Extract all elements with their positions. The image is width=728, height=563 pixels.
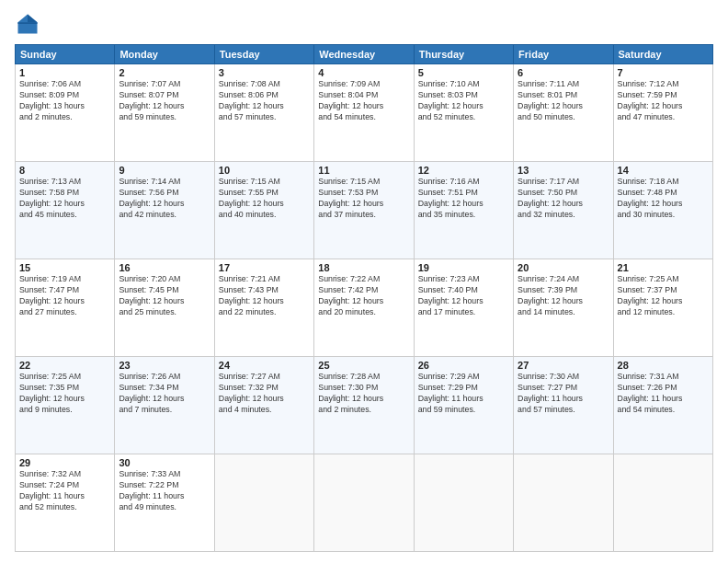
day-detail: Sunrise: 7:13 AMSunset: 7:58 PMDaylight:… [19, 177, 110, 221]
day-number: 16 [119, 262, 210, 273]
day-detail: Sunrise: 7:15 AMSunset: 7:55 PMDaylight:… [219, 177, 310, 221]
page: SundayMondayTuesdayWednesdayThursdayFrid… [0, 0, 728, 563]
day-number: 19 [418, 262, 509, 273]
day-number: 13 [518, 165, 609, 176]
day-number: 29 [19, 457, 110, 468]
calendar-cell: 6Sunrise: 7:11 AMSunset: 8:01 PMDaylight… [514, 64, 613, 162]
calendar-cell: 12Sunrise: 7:16 AMSunset: 7:51 PMDayligh… [414, 162, 513, 259]
calendar-header-monday: Monday [115, 45, 214, 64]
day-detail: Sunrise: 7:08 AMSunset: 8:06 PMDaylight:… [219, 79, 310, 123]
calendar-header-row: SundayMondayTuesdayWednesdayThursdayFrid… [16, 45, 713, 64]
calendar-header-wednesday: Wednesday [314, 45, 414, 64]
day-detail: Sunrise: 7:14 AMSunset: 7:56 PMDaylight:… [119, 177, 210, 221]
calendar-cell: 10Sunrise: 7:15 AMSunset: 7:55 PMDayligh… [214, 162, 313, 259]
day-number: 14 [618, 165, 709, 176]
day-number: 3 [219, 67, 310, 78]
calendar-cell: 16Sunrise: 7:20 AMSunset: 7:45 PMDayligh… [115, 259, 214, 357]
calendar-header-thursday: Thursday [414, 45, 513, 64]
day-number: 15 [19, 262, 110, 273]
calendar-cell: 8Sunrise: 7:13 AMSunset: 7:58 PMDaylight… [16, 162, 115, 259]
logo [15, 11, 44, 37]
day-detail: Sunrise: 7:23 AMSunset: 7:40 PMDaylight:… [418, 274, 509, 318]
calendar-week-row: 15Sunrise: 7:19 AMSunset: 7:47 PMDayligh… [16, 259, 713, 357]
day-number: 6 [518, 67, 609, 78]
day-number: 30 [119, 457, 210, 468]
day-detail: Sunrise: 7:12 AMSunset: 7:59 PMDaylight:… [618, 79, 709, 123]
day-detail: Sunrise: 7:21 AMSunset: 7:43 PMDaylight:… [219, 274, 310, 318]
day-detail: Sunrise: 7:20 AMSunset: 7:45 PMDaylight:… [119, 274, 210, 318]
day-detail: Sunrise: 7:29 AMSunset: 7:29 PMDaylight:… [418, 372, 509, 416]
calendar-week-row: 1Sunrise: 7:06 AMSunset: 8:09 PMDaylight… [16, 64, 713, 162]
day-number: 22 [19, 360, 110, 371]
calendar-cell: 4Sunrise: 7:09 AMSunset: 8:04 PMDaylight… [314, 64, 414, 162]
calendar-cell: 26Sunrise: 7:29 AMSunset: 7:29 PMDayligh… [414, 357, 513, 454]
calendar-cell: 15Sunrise: 7:19 AMSunset: 7:47 PMDayligh… [16, 259, 115, 357]
calendar-week-row: 8Sunrise: 7:13 AMSunset: 7:58 PMDaylight… [16, 162, 713, 259]
day-number: 24 [219, 360, 310, 371]
calendar-cell [314, 454, 414, 552]
calendar-cell: 14Sunrise: 7:18 AMSunset: 7:48 PMDayligh… [613, 162, 712, 259]
day-detail: Sunrise: 7:25 AMSunset: 7:35 PMDaylight:… [19, 372, 110, 416]
day-number: 10 [219, 165, 310, 176]
day-detail: Sunrise: 7:27 AMSunset: 7:32 PMDaylight:… [219, 372, 310, 416]
day-detail: Sunrise: 7:10 AMSunset: 8:03 PMDaylight:… [418, 79, 509, 123]
day-number: 5 [418, 67, 509, 78]
calendar-cell: 11Sunrise: 7:15 AMSunset: 7:53 PMDayligh… [314, 162, 414, 259]
day-detail: Sunrise: 7:32 AMSunset: 7:24 PMDaylight:… [19, 469, 110, 513]
day-number: 9 [119, 165, 210, 176]
calendar-header-tuesday: Tuesday [214, 45, 313, 64]
day-detail: Sunrise: 7:07 AMSunset: 8:07 PMDaylight:… [119, 79, 210, 123]
calendar-cell [214, 454, 313, 552]
day-detail: Sunrise: 7:25 AMSunset: 7:37 PMDaylight:… [618, 274, 709, 318]
day-number: 7 [618, 67, 709, 78]
calendar-cell: 2Sunrise: 7:07 AMSunset: 8:07 PMDaylight… [115, 64, 214, 162]
day-number: 28 [618, 360, 709, 371]
calendar-cell: 21Sunrise: 7:25 AMSunset: 7:37 PMDayligh… [613, 259, 712, 357]
day-detail: Sunrise: 7:26 AMSunset: 7:34 PMDaylight:… [119, 372, 210, 416]
calendar-cell: 22Sunrise: 7:25 AMSunset: 7:35 PMDayligh… [16, 357, 115, 454]
day-detail: Sunrise: 7:15 AMSunset: 7:53 PMDaylight:… [318, 177, 409, 221]
day-detail: Sunrise: 7:28 AMSunset: 7:30 PMDaylight:… [318, 372, 409, 416]
day-number: 11 [318, 165, 409, 176]
day-number: 21 [618, 262, 709, 273]
calendar-cell: 1Sunrise: 7:06 AMSunset: 8:09 PMDaylight… [16, 64, 115, 162]
calendar: SundayMondayTuesdayWednesdayThursdayFrid… [15, 44, 713, 552]
day-number: 17 [219, 262, 310, 273]
day-detail: Sunrise: 7:22 AMSunset: 7:42 PMDaylight:… [318, 274, 409, 318]
day-detail: Sunrise: 7:06 AMSunset: 8:09 PMDaylight:… [19, 79, 110, 123]
calendar-cell: 23Sunrise: 7:26 AMSunset: 7:34 PMDayligh… [115, 357, 214, 454]
day-number: 26 [418, 360, 509, 371]
calendar-cell: 13Sunrise: 7:17 AMSunset: 7:50 PMDayligh… [514, 162, 613, 259]
calendar-cell [514, 454, 613, 552]
day-detail: Sunrise: 7:09 AMSunset: 8:04 PMDaylight:… [318, 79, 409, 123]
calendar-cell: 25Sunrise: 7:28 AMSunset: 7:30 PMDayligh… [314, 357, 414, 454]
svg-rect-2 [18, 22, 38, 24]
day-number: 4 [318, 67, 409, 78]
day-detail: Sunrise: 7:33 AMSunset: 7:22 PMDaylight:… [119, 469, 210, 513]
svg-marker-1 [28, 15, 38, 23]
calendar-cell: 17Sunrise: 7:21 AMSunset: 7:43 PMDayligh… [214, 259, 313, 357]
header [15, 11, 713, 37]
day-number: 20 [518, 262, 609, 273]
day-number: 1 [19, 67, 110, 78]
calendar-week-row: 29Sunrise: 7:32 AMSunset: 7:24 PMDayligh… [16, 454, 713, 552]
day-number: 18 [318, 262, 409, 273]
calendar-cell: 28Sunrise: 7:31 AMSunset: 7:26 PMDayligh… [613, 357, 712, 454]
calendar-header-friday: Friday [514, 45, 613, 64]
calendar-cell: 18Sunrise: 7:22 AMSunset: 7:42 PMDayligh… [314, 259, 414, 357]
logo-icon [15, 11, 40, 37]
day-number: 12 [418, 165, 509, 176]
calendar-header-saturday: Saturday [613, 45, 712, 64]
day-detail: Sunrise: 7:16 AMSunset: 7:51 PMDaylight:… [418, 177, 509, 221]
calendar-cell [414, 454, 513, 552]
day-detail: Sunrise: 7:11 AMSunset: 8:01 PMDaylight:… [518, 79, 609, 123]
day-number: 23 [119, 360, 210, 371]
day-detail: Sunrise: 7:19 AMSunset: 7:47 PMDaylight:… [19, 274, 110, 318]
calendar-cell: 5Sunrise: 7:10 AMSunset: 8:03 PMDaylight… [414, 64, 513, 162]
calendar-cell: 29Sunrise: 7:32 AMSunset: 7:24 PMDayligh… [16, 454, 115, 552]
day-number: 25 [318, 360, 409, 371]
calendar-cell: 19Sunrise: 7:23 AMSunset: 7:40 PMDayligh… [414, 259, 513, 357]
day-number: 2 [119, 67, 210, 78]
calendar-cell: 20Sunrise: 7:24 AMSunset: 7:39 PMDayligh… [514, 259, 613, 357]
calendar-cell: 27Sunrise: 7:30 AMSunset: 7:27 PMDayligh… [514, 357, 613, 454]
